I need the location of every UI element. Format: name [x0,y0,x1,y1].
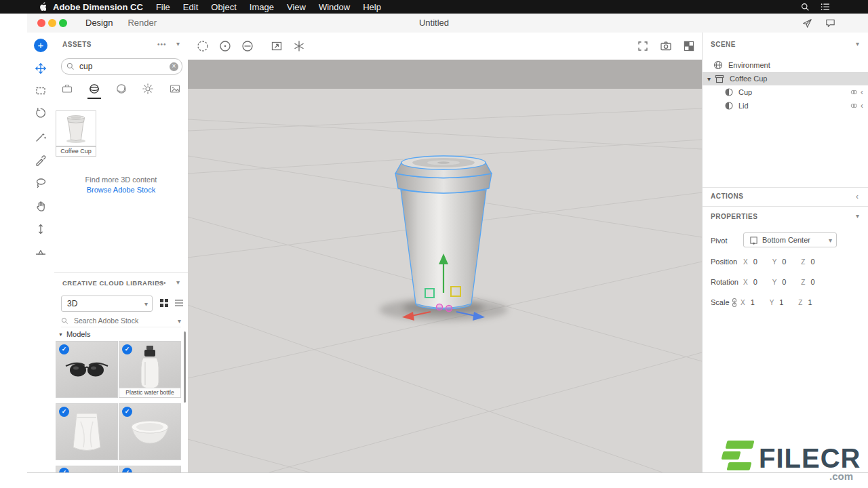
stock-search-input[interactable] [73,316,178,325]
horizon-tool[interactable] [33,243,49,260]
panel-scrollbar[interactable] [184,331,186,403]
expand-chevron-icon[interactable]: ▾ [707,75,711,83]
menu-view[interactable]: View [287,2,306,12]
material-badge-icon[interactable] [850,89,857,96]
actions-chevron-icon[interactable]: ‹ [856,192,859,201]
camera-bookmark-icon[interactable] [659,39,673,53]
menu-window[interactable]: Window [319,2,350,12]
scene-item-lid[interactable]: Lid ‹ [703,99,868,113]
assets-collapse-icon[interactable]: ▾ [176,40,180,47]
menu-object[interactable]: Object [211,2,237,12]
scene-item-coffee-cup[interactable]: ▾ Coffee Cup [703,72,868,85]
camera-pan-icon[interactable] [218,39,232,53]
scale-y-input[interactable] [778,298,798,307]
close-button[interactable] [37,19,45,27]
library-item-bowl[interactable]: ✓ [119,403,181,460]
cc-libraries-menu-icon[interactable]: ••• [157,279,167,287]
scene-item-cup[interactable]: Cup ‹ [703,85,868,99]
gizmo-center-handle[interactable] [437,304,443,310]
share-icon[interactable] [802,18,812,28]
menu-help[interactable]: Help [363,2,381,12]
select-tool[interactable] [33,60,49,77]
orbit-tool[interactable] [33,105,49,121]
models-section-header[interactable]: ▼ Models [58,330,90,338]
scale-label: Scale [711,298,731,306]
check-badge: ✓ [59,468,69,473]
assets-search-field[interactable]: × [61,58,182,75]
position-z-input[interactable] [809,257,829,266]
list-view-button[interactable] [174,298,184,308]
stock-search-chevron-icon[interactable]: ▾ [178,317,181,325]
actions-header[interactable]: ACTIONS [711,192,744,200]
add-content-button[interactable]: + [33,37,49,54]
rotation-y-input[interactable] [781,277,801,287]
position-x-input[interactable] [752,257,772,266]
material-badge-icon[interactable] [850,102,857,109]
scene-item-environment[interactable]: Environment [703,58,868,72]
menu-image[interactable]: Image [250,2,274,12]
camera-dolly-icon[interactable] [241,39,254,53]
clear-search-icon[interactable]: × [170,62,178,71]
cc-libraries-collapse-icon[interactable]: ▾ [176,279,180,286]
snapping-icon[interactable] [292,39,306,53]
menubar-app-name[interactable]: Adobe Dimension CC [53,2,143,12]
category-models[interactable] [88,83,100,95]
minimize-button[interactable] [48,19,56,27]
link-scale-icon[interactable] [731,298,738,308]
library-item-sunglasses[interactable]: ✓ [56,341,118,398]
category-starter-assets[interactable] [61,83,73,95]
rotation-x-input[interactable] [752,277,772,287]
library-item-partial-2[interactable]: ✓ [119,466,181,473]
library-item-pouch[interactable]: ✓ [56,403,118,460]
viewport[interactable] [188,60,702,472]
category-images[interactable] [169,83,181,95]
divider [703,206,868,207]
library-item-plastic-water-bottle[interactable]: ✓ Plastic water bottle [119,341,181,398]
browse-adobe-stock-link[interactable]: Browse Adobe Stock [54,186,188,194]
menu-edit[interactable]: Edit [183,2,198,12]
camera-orbit-icon[interactable] [196,39,210,53]
menu-file[interactable]: File [156,2,170,12]
assets-search-input[interactable] [78,61,170,72]
category-materials[interactable] [115,83,127,95]
tab-render[interactable]: Render [127,14,157,33]
zoom-button[interactable] [59,19,67,27]
category-lights[interactable] [142,83,154,95]
rotation-z-input[interactable] [809,277,829,287]
comment-icon[interactable] [825,18,835,28]
library-select[interactable]: 3D ▾ [61,296,153,312]
dolly-tool[interactable] [33,221,49,237]
grid-view-button[interactable] [159,298,169,308]
canvas-toolbar [188,33,702,60]
position-y-input[interactable] [781,257,801,266]
properties-chevron-icon[interactable]: ▾ [856,212,859,220]
gizmo-center-handle[interactable] [446,306,452,312]
hand-icon [35,200,47,212]
library-item-partial-1[interactable]: ✓ [56,466,118,473]
lasso-tool[interactable] [33,175,49,191]
grid-view-icon [159,298,169,308]
rotation-row: Rotation X Y Z [703,275,868,289]
scale-x-input[interactable] [749,298,770,307]
stock-search-field[interactable]: ▾ [61,314,181,327]
pivot-dropdown[interactable]: Bottom Center ▾ [743,232,837,247]
marquee-tool[interactable] [33,83,49,99]
asset-thumbnail-coffee-cup[interactable] [56,110,96,147]
tab-design[interactable]: Design [85,14,113,34]
fullscreen-icon[interactable] [636,39,650,53]
assets-panel: ASSETS ••• ▾ × [54,33,189,272]
row-chevron-icon[interactable]: ‹ [861,101,863,110]
assets-menu-icon[interactable]: ••• [157,41,167,48]
magic-wand-tool[interactable] [33,129,49,145]
scale-z-input[interactable] [806,298,827,307]
scene-collapse-icon[interactable]: ▾ [856,40,859,47]
spotlight-search-icon[interactable] [801,3,810,12]
properties-header[interactable]: PROPERTIES [711,213,757,220]
render-preview-icon[interactable] [682,39,696,53]
row-chevron-icon[interactable]: ‹ [861,87,863,97]
frame-selection-icon[interactable] [270,39,283,53]
apple-menu[interactable] [38,2,46,12]
eyedropper-tool[interactable] [33,152,49,168]
control-center-icon[interactable] [821,3,830,11]
hand-tool[interactable] [33,198,49,214]
